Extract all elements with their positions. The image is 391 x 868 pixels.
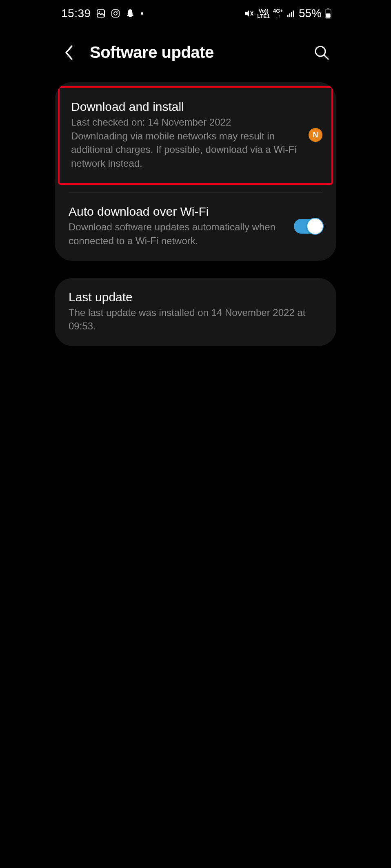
auto-download-item[interactable]: Auto download over Wi-Fi Download softwa… — [55, 192, 336, 261]
svg-point-1 — [99, 11, 100, 13]
status-time: 15:39 — [61, 7, 91, 20]
last-update-title: Last update — [69, 290, 322, 304]
notification-badge: N — [309, 128, 322, 142]
auto-download-title: Auto download over Wi-Fi — [69, 205, 286, 219]
battery-percentage: 55% — [299, 7, 322, 20]
svg-rect-14 — [326, 13, 331, 18]
search-button[interactable] — [313, 44, 331, 62]
back-button[interactable] — [60, 44, 78, 62]
page-title: Software update — [90, 43, 301, 62]
status-right: Vo)) LTE1 4G+ ↓↑ 55% — [244, 7, 331, 20]
battery-icon — [325, 8, 331, 19]
snapchat-icon — [125, 9, 135, 18]
svg-rect-11 — [293, 11, 294, 17]
download-and-install-item[interactable]: Download and install Last checked on: 14… — [60, 88, 331, 183]
download-install-title: Download and install — [71, 100, 300, 114]
auto-download-toggle[interactable] — [294, 219, 322, 234]
mute-icon — [244, 9, 254, 18]
svg-rect-10 — [291, 12, 292, 17]
auto-download-subtitle: Download software updates automatically … — [69, 220, 286, 247]
download-install-highlight: Download and install Last checked on: 14… — [58, 86, 333, 185]
svg-point-5 — [141, 12, 143, 15]
status-left: 15:39 — [61, 7, 144, 20]
dot-icon — [140, 11, 144, 15]
toggle-knob — [307, 218, 324, 235]
last-update-item[interactable]: Last update The last update was installe… — [55, 278, 336, 346]
search-icon — [313, 44, 330, 61]
last-update-card: Last update The last update was installe… — [55, 278, 336, 346]
page-header: Software update — [51, 27, 340, 82]
gallery-icon — [96, 9, 106, 18]
svg-rect-9 — [289, 13, 290, 17]
svg-point-4 — [117, 11, 118, 11]
software-update-card: Download and install Last checked on: 14… — [55, 82, 336, 261]
download-install-subtitle: Last checked on: 14 November 2022 Downlo… — [71, 115, 300, 170]
signal-icon — [287, 9, 295, 18]
last-update-subtitle: The last update was installed on 14 Nove… — [69, 306, 322, 333]
status-bar: 15:39 Vo)) LTE1 4G+ ↓↑ — [51, 0, 340, 27]
network-type-indicator: 4G+ ↓↑ — [273, 8, 283, 19]
chevron-left-icon — [64, 44, 75, 62]
svg-rect-8 — [287, 15, 289, 17]
instagram-icon — [111, 9, 120, 18]
volte-indicator: Vo)) LTE1 — [257, 8, 270, 19]
svg-line-16 — [324, 55, 328, 59]
svg-point-3 — [114, 12, 117, 15]
